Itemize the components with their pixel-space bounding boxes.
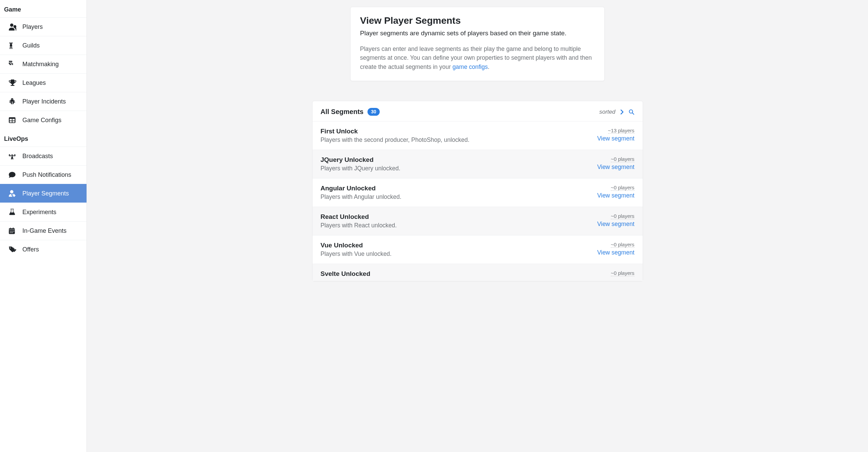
segment-description: Players with Angular unlocked. xyxy=(321,193,597,201)
bug-icon xyxy=(9,98,16,105)
segment-actions: ~0 playersView segment xyxy=(597,213,635,228)
page-lead: Player segments are dynamic sets of play… xyxy=(360,30,595,37)
list-header-right: sorted xyxy=(599,109,634,115)
sidebar-item-broadcasts[interactable]: Broadcasts xyxy=(0,147,87,165)
segment-description: Players with the second producer, PhotoS… xyxy=(321,136,597,144)
sidebar-item-game-configs[interactable]: Game Configs xyxy=(0,111,87,129)
calendar-icon xyxy=(9,227,16,234)
sidebar-item-label: In-Game Events xyxy=(22,227,67,234)
main-content: View Player Segments Player segments are… xyxy=(87,0,868,452)
table-icon xyxy=(9,116,16,124)
sidebar-item-label: Experiments xyxy=(22,209,56,216)
segment-info: Vue UnlockedPlayers with Vue unlocked. xyxy=(321,242,597,258)
sidebar-item-matchmaking[interactable]: Matchmaking xyxy=(0,55,87,73)
desc-suffix: . xyxy=(488,63,489,70)
comment-icon xyxy=(9,171,16,178)
sidebar-item-label: Player Segments xyxy=(22,190,69,197)
segment-description: Players with JQuery unlocked. xyxy=(321,165,597,172)
user-tag-icon xyxy=(9,190,16,197)
segment-player-count: ~0 players xyxy=(611,242,635,248)
broadcast-tower-icon xyxy=(9,152,16,160)
page-description: Players can enter and leave segments as … xyxy=(360,44,595,71)
chess-rook-icon xyxy=(9,42,16,49)
segment-name: Vue Unlocked xyxy=(321,242,597,249)
segment-info: Angular UnlockedPlayers with Angular unl… xyxy=(321,185,597,201)
segment-player-count: ~0 players xyxy=(611,185,635,191)
segment-name: First Unlock xyxy=(321,128,597,135)
segment-player-count: ~13 players xyxy=(608,128,635,134)
segment-info: Svelte Unlocked xyxy=(321,270,611,279)
segment-player-count: ~0 players xyxy=(611,213,635,219)
page-title: View Player Segments xyxy=(360,15,595,26)
view-segment-link[interactable]: View segment xyxy=(597,221,635,228)
sidebar-item-label: Push Notifications xyxy=(22,171,71,178)
view-segment-link[interactable]: View segment xyxy=(597,192,635,199)
view-segment-link[interactable]: View segment xyxy=(597,164,635,171)
list-title: All Segments xyxy=(321,108,364,116)
users-icon xyxy=(9,23,16,31)
sidebar-item-push-notifications[interactable]: Push Notifications xyxy=(0,165,87,184)
trophy-icon xyxy=(9,79,16,87)
segments-container: First UnlockPlayers with the second prod… xyxy=(313,121,643,281)
sidebar-item-label: Matchmaking xyxy=(22,61,59,68)
chevron-right-icon xyxy=(619,109,625,115)
search-icon xyxy=(629,109,634,115)
segments-list-card: All Segments 30 sorted First UnlockPlaye… xyxy=(312,101,643,282)
sidebar-item-label: Player Incidents xyxy=(22,98,66,105)
segment-description: Players with Vue unlocked. xyxy=(321,250,597,258)
segment-actions: ~0 playersView segment xyxy=(597,242,635,256)
segment-row: First UnlockPlayers with the second prod… xyxy=(313,121,643,150)
sidebar-item-label: Leagues xyxy=(22,79,46,87)
sidebar-item-player-incidents[interactable]: Player Incidents xyxy=(0,92,87,111)
svg-line-1 xyxy=(632,113,634,114)
segment-actions: ~0 playersView segment xyxy=(597,156,635,171)
sidebar-section-title: LiveOps xyxy=(0,129,87,147)
sorted-label: sorted xyxy=(599,109,615,115)
sidebar-item-label: Guilds xyxy=(22,42,40,49)
sidebar-item-label: Broadcasts xyxy=(22,153,53,160)
segment-actions: ~0 players xyxy=(611,270,635,278)
segment-description: Players with React unlocked. xyxy=(321,222,597,229)
segments-count-badge: 30 xyxy=(367,108,380,116)
segment-info: First UnlockPlayers with the second prod… xyxy=(321,128,597,144)
sidebar-section-title: Game xyxy=(0,0,87,17)
view-segment-link[interactable]: View segment xyxy=(597,249,635,256)
sidebar-item-label: Players xyxy=(22,23,43,31)
sidebar-item-offers[interactable]: Offers xyxy=(0,240,87,259)
segment-row: Angular UnlockedPlayers with Angular unl… xyxy=(313,178,643,207)
view-segment-link[interactable]: View segment xyxy=(597,135,635,142)
list-header: All Segments 30 sorted xyxy=(313,101,643,121)
sidebar-item-label: Game Configs xyxy=(22,117,61,124)
segment-row: Vue UnlockedPlayers with Vue unlocked.~0… xyxy=(313,235,643,264)
segment-row: JQuery UnlockedPlayers with JQuery unloc… xyxy=(313,150,643,178)
sidebar-item-label: Offers xyxy=(22,246,39,253)
flask-icon xyxy=(9,208,16,216)
list-header-left: All Segments 30 xyxy=(321,108,380,116)
segment-actions: ~0 playersView segment xyxy=(597,185,635,199)
sidebar-item-players[interactable]: Players xyxy=(0,17,87,36)
sidebar-item-guilds[interactable]: Guilds xyxy=(0,36,87,55)
segment-row: Svelte Unlocked~0 players xyxy=(313,264,643,281)
sidebar-item-in-game-events[interactable]: In-Game Events xyxy=(0,221,87,240)
sidebar-item-player-segments[interactable]: Player Segments xyxy=(0,184,87,203)
sort-toggle-button[interactable] xyxy=(619,109,625,115)
segment-row: React UnlockedPlayers with React unlocke… xyxy=(313,207,643,235)
segment-name: React Unlocked xyxy=(321,213,597,221)
header-card: View Player Segments Player segments are… xyxy=(350,7,605,81)
tags-icon xyxy=(9,246,16,253)
sidebar-item-leagues[interactable]: Leagues xyxy=(0,73,87,92)
segment-name: Angular Unlocked xyxy=(321,185,597,192)
search-button[interactable] xyxy=(628,109,635,115)
segment-info: React UnlockedPlayers with React unlocke… xyxy=(321,213,597,229)
segment-name: JQuery Unlocked xyxy=(321,156,597,164)
sidebar: GamePlayersGuildsMatchmakingLeaguesPlaye… xyxy=(0,0,87,452)
segment-info: JQuery UnlockedPlayers with JQuery unloc… xyxy=(321,156,597,172)
segment-player-count: ~0 players xyxy=(611,270,635,276)
sidebar-item-experiments[interactable]: Experiments xyxy=(0,203,87,221)
game-configs-link[interactable]: game configs xyxy=(452,63,488,70)
chess-board-icon xyxy=(9,60,16,68)
segment-name: Svelte Unlocked xyxy=(321,270,611,278)
segment-player-count: ~0 players xyxy=(611,156,635,162)
segment-actions: ~13 playersView segment xyxy=(597,128,635,142)
